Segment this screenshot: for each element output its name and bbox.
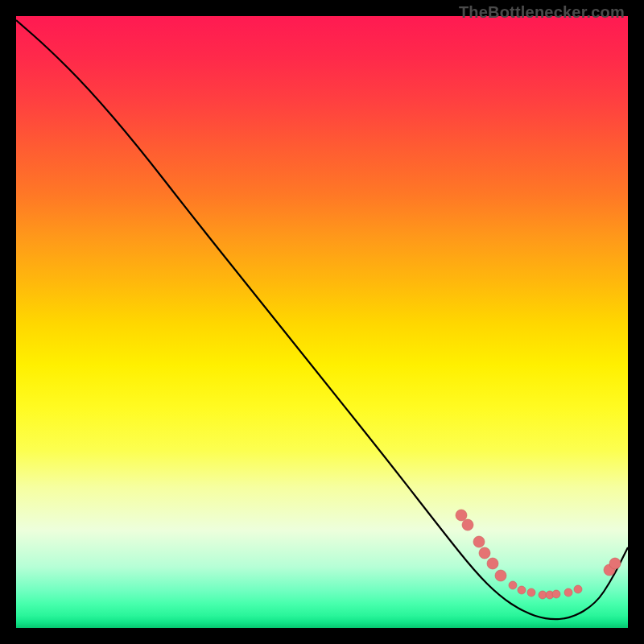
- watermark-text: TheBottlenecker.com: [459, 3, 625, 22]
- gradient-background: [16, 16, 628, 628]
- plot-area: [16, 16, 628, 628]
- chart-container: TheBottlenecker.com: [0, 0, 644, 644]
